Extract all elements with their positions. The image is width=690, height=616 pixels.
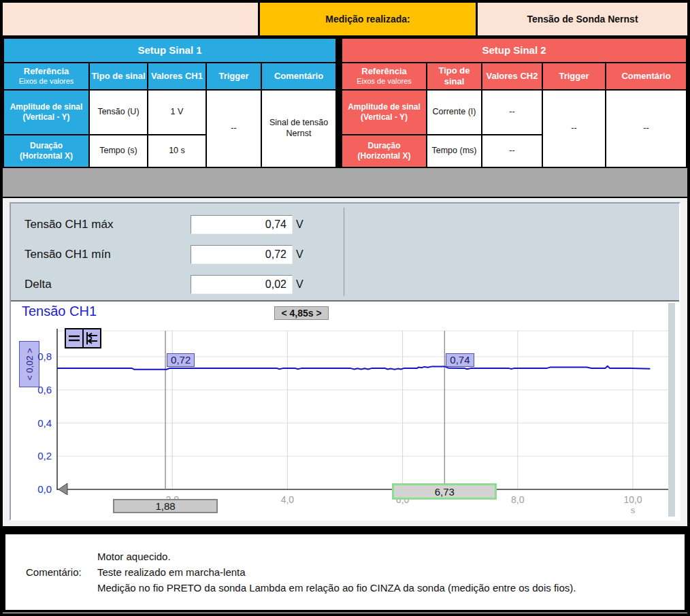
separator-bar <box>3 168 687 198</box>
point-value-label: 0,74 <box>446 353 474 367</box>
panel-divider <box>344 208 344 296</box>
delta-unit: V <box>296 278 303 291</box>
double-left-arrow-icon <box>84 330 99 346</box>
waveform-ch1 <box>57 366 650 370</box>
setup2-duracao-valor: -- <box>482 135 542 167</box>
setup1-amplitude-tipo: Tensão (U) <box>90 91 147 134</box>
setup1-amplitude-ref: Amplitude de sinal (Vertical - Y) <box>4 91 88 134</box>
setup2-col-valores: Valores CH2 <box>482 63 542 89</box>
setup2-amplitude-valor: -- <box>482 91 542 134</box>
comment-section: Comentário: Motor aquecido. Teste realiz… <box>3 534 687 613</box>
comment-label: Comentário: <box>26 566 97 578</box>
setup-signal-1-table: Setup Sinal 1 Referência Eixos de valore… <box>3 37 341 168</box>
setup1-duracao-ref: Duração (Horizontal X) <box>4 135 88 167</box>
time-span-readout: < 4,85s > <box>274 306 329 320</box>
x-tick-label: 4,0 <box>269 494 305 505</box>
header-blank-cell <box>3 3 260 35</box>
delta-label: Delta <box>24 278 191 291</box>
comment-text: Motor aquecido. Teste realizado em march… <box>97 549 576 596</box>
y-tick-label: 0,0 <box>23 483 52 495</box>
ch1-max-unit: V <box>296 218 303 231</box>
setup1-col-tipo: Tipo de sinal <box>90 63 147 89</box>
voltage-span-readout: < 0,02 > <box>19 341 39 387</box>
setup2-banner: Setup Sinal 2 <box>342 39 686 62</box>
chart-title: Tensão CH1 <box>22 304 97 319</box>
ch1-max-field[interactable]: 0,74 <box>191 215 293 234</box>
x-axis-unit: s <box>615 505 651 515</box>
setup2-comment-value: -- <box>606 91 686 167</box>
measurement-performed-label: Medição realizada: <box>260 3 478 35</box>
setup1-col-trigger: Trigger <box>207 63 261 89</box>
measurements-panel: Tensão CH1 máx 0,74 V Tensão CH1 mín 0,7… <box>11 204 679 300</box>
setup1-comment-value: Sinal de tensão Nernst <box>262 91 335 167</box>
ch1-min-label: Tensão CH1 mín <box>24 248 191 261</box>
y-tick-label: 0,8 <box>23 351 52 362</box>
setup-signal-2-table: Setup Sinal 2 Referência Eixos de valore… <box>341 37 687 168</box>
setup2-amplitude-ref: Amplitude de sinal (Vertical - Y) <box>342 91 426 134</box>
horizontal-cursors-button[interactable] <box>65 328 84 348</box>
setup2-duracao-ref: Duração (Horizontal X) <box>342 135 426 167</box>
y-tick-label: 0,4 <box>23 417 52 429</box>
snap-cursors-left-button[interactable] <box>82 328 101 348</box>
chart-toolbar <box>65 328 101 348</box>
setup2-trigger-value: -- <box>543 91 605 167</box>
plot-area[interactable] <box>11 302 679 521</box>
ch1-min-unit: V <box>296 248 303 261</box>
cursor-readout-box[interactable]: 1,88 <box>113 499 218 513</box>
setup1-duracao-valor: 10 s <box>148 135 206 167</box>
x-tick-label: 8,0 <box>500 494 536 505</box>
right-scroll-strip[interactable] <box>668 303 675 517</box>
ch1-min-field[interactable]: 0,72 <box>191 245 293 264</box>
setup1-amplitude-valor: 1 V <box>148 91 206 134</box>
setup2-amplitude-tipo: Corrente (I) <box>427 91 481 134</box>
setup1-duracao-tipo: Tempo (s) <box>90 135 147 167</box>
y-tick-label: 0,6 <box>23 384 52 395</box>
measurement-row-max: Tensão CH1 máx 0,74 V <box>24 210 679 239</box>
setup2-col-comentario: Comentário <box>606 63 686 89</box>
bottom-separator <box>3 526 687 534</box>
setup2-ref-header: Referência Eixos de valores <box>342 63 426 89</box>
measurement-row-delta: Delta 0,02 V <box>24 270 679 299</box>
x-tick-label: 10,0 <box>615 494 651 505</box>
cursor-readout-box[interactable]: 6,73 <box>392 483 497 500</box>
horizontal-lines-icon <box>67 330 82 346</box>
setup2-col-tipo: Tipo de sinal <box>427 63 481 89</box>
setup1-col-comentario: Comentário <box>262 63 335 89</box>
setup1-trigger-value: -- <box>207 91 261 167</box>
setup1-banner: Setup Sinal 1 <box>4 39 335 62</box>
measurement-name: Tensão de Sonda Nernst <box>478 3 687 35</box>
delta-field[interactable]: 0,02 <box>191 275 293 294</box>
zero-level-marker-icon <box>59 483 67 495</box>
point-value-label: 0,72 <box>167 353 195 367</box>
setup2-col-trigger: Trigger <box>543 63 605 89</box>
setup1-col-valores: Valores CH1 <box>148 63 206 89</box>
top-header-row: Medição realizada: Tensão de Sonda Nerns… <box>3 3 687 37</box>
setup1-ref-header: Referência Eixos de valores <box>4 63 88 89</box>
main-panel: Tensão CH1 máx 0,74 V Tensão CH1 mín 0,7… <box>3 198 687 526</box>
app-window: Medição realizada: Tensão de Sonda Nerns… <box>0 0 690 616</box>
ch1-max-label: Tensão CH1 máx <box>24 218 191 231</box>
waveform-chart[interactable]: Tensão CH1 < 4,85s > < 0,02 > <box>11 300 679 519</box>
measurement-row-min: Tensão CH1 mín 0,72 V <box>24 240 679 269</box>
y-tick-label: 0,2 <box>23 450 52 461</box>
setup-tables: Setup Sinal 1 Referência Eixos de valore… <box>3 37 687 168</box>
setup2-duracao-tipo: Tempo (ms) <box>427 135 481 167</box>
scope-panel: Tensão CH1 máx 0,74 V Tensão CH1 mín 0,7… <box>10 202 680 521</box>
